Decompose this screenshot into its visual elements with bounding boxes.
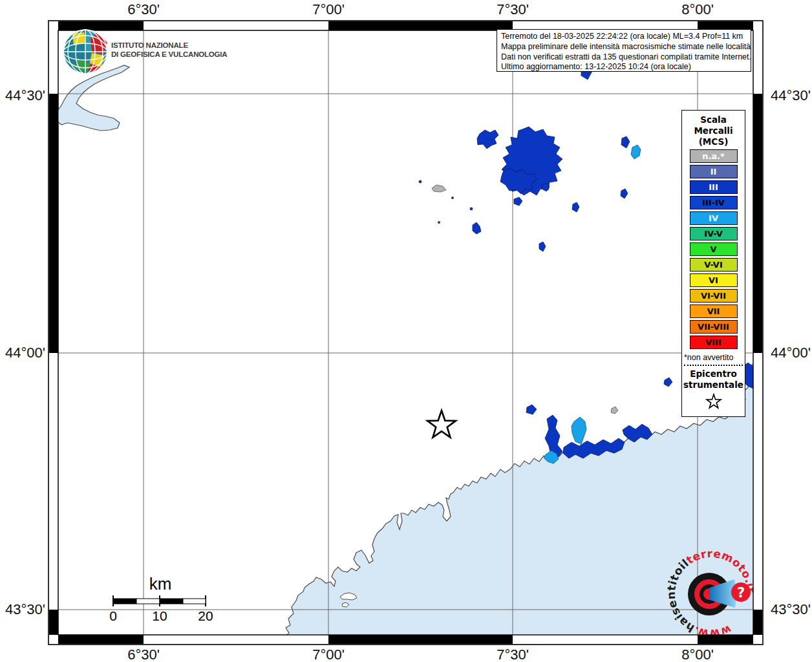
legend-title-line3: (MCS) (682, 136, 745, 147)
ingv-wordmark-line2: DI GEOFISICA E VULCANOLOGIA (111, 50, 227, 59)
legend-epicenter-line2: strumentale (682, 379, 745, 390)
legend-swatch-v-vi: V-VI (690, 258, 738, 272)
legend-footnote: *non avvertito (684, 353, 743, 362)
legend-title-line1: Scala (682, 114, 745, 125)
legend-swatch-vi: VI (690, 273, 738, 287)
legend-swatch-vi-vii: VI-VII (690, 289, 738, 303)
scale-tick-20: 20 (198, 608, 213, 624)
legend-title: Scala Mercalli (MCS) (682, 114, 745, 147)
svg-text:?: ? (737, 585, 745, 601)
legend-swatch-ii: II (690, 165, 738, 178)
legend-swatch-vii: VII (690, 304, 738, 318)
legend-swatch-iii: III (690, 180, 738, 194)
ingv-wordmark-line1: ISTITUTO NAZIONALE (111, 41, 227, 50)
info-line-data: Dati non verificati estratti da 135 ques… (501, 52, 747, 63)
legend-epicenter-label: Epicentro strumentale (682, 368, 745, 390)
legend-swatch-na: n.a.* (690, 149, 738, 163)
legend-swatch-vii-viii: VII-VIII (690, 320, 738, 334)
mercalli-legend: Scala Mercalli (MCS) n.a.* II III III-IV… (681, 110, 745, 417)
legend-epicenter-line1: Epicentro (682, 368, 745, 379)
legend-swatch-iv-v: IV-V (690, 227, 738, 240)
info-line-update: Ultimo aggiornamento: 13-12-2025 10:24 (… (501, 62, 747, 72)
scale-tick-0: 0 (109, 608, 117, 624)
legend-swatch-iv: IV (690, 211, 738, 225)
legend-swatch-iii-iv: III-IV (690, 196, 738, 209)
legend-separator (684, 365, 743, 366)
scale-tick-10: 10 (152, 608, 167, 624)
scale-unit-label: km (149, 574, 172, 594)
info-line-map: Mappa preliminare delle intensità macros… (501, 42, 747, 52)
legend-swatch-v: V (690, 242, 738, 256)
ingv-wordmark: ISTITUTO NAZIONALE DI GEOFISICA E VULCAN… (111, 41, 227, 59)
legend-swatch-viii: VIII (690, 336, 738, 349)
ingv-logo-icon (63, 30, 107, 74)
macroseismic-map-page: 6°30' 7°00' 7°30' 8°00' 6°30' 7°00' 7°30… (0, 0, 812, 662)
legend-title-line2: Mercalli (682, 125, 745, 136)
info-line-event: Terremoto del 18-03-2025 22:24:22 (ora l… (501, 32, 747, 42)
earthquake-info-box: Terremoto del 18-03-2025 22:24:22 (ora l… (497, 29, 751, 72)
epicenter-star-icon (705, 393, 723, 411)
legend-star-row (682, 393, 745, 414)
